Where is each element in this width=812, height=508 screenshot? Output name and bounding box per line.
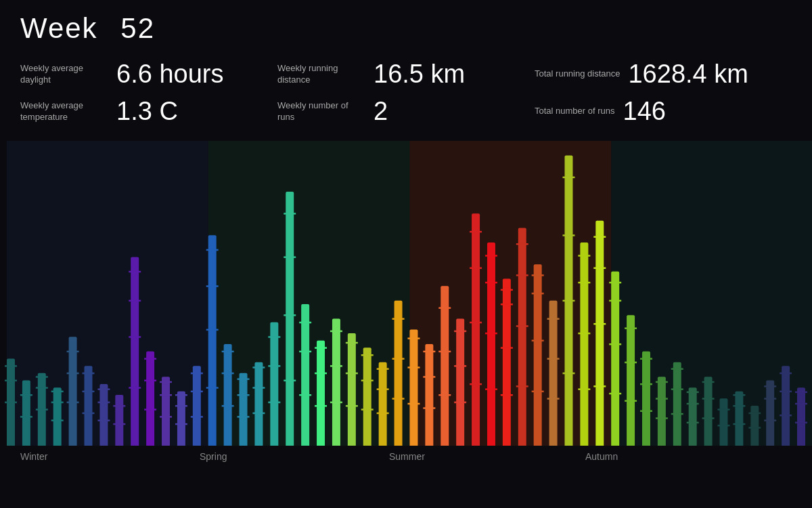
stat-temperature: Weekly average temperature 1.3 C: [20, 93, 277, 130]
stat-daylight: Weekly average daylight 6.6 hours: [20, 56, 277, 93]
week-number: 52: [120, 12, 155, 44]
stat-total-distance: Total running distance 1628.4 km: [535, 56, 792, 93]
num-runs-label: Weekly number of runs: [277, 100, 365, 123]
season-autumn: Autumn: [585, 451, 618, 462]
daylight-label: Weekly average daylight: [20, 63, 108, 86]
total-runs-value: 146: [623, 97, 666, 126]
stat-total-runs: Total number of runs 146: [535, 93, 792, 130]
run-distance-value: 16.5 km: [374, 60, 465, 89]
total-distance-label: Total running distance: [535, 68, 620, 80]
stat-run-distance: Weekly running distance 16.5 km: [277, 56, 535, 93]
daylight-value: 6.6 hours: [116, 60, 223, 89]
run-distance-label: Weekly running distance: [277, 63, 365, 86]
season-winter: Winter: [20, 451, 47, 462]
season-summer: Summer: [389, 451, 425, 462]
chart-canvas: [0, 134, 812, 466]
chart-area: Winter Spring Summer Autumn: [0, 134, 812, 466]
total-runs-label: Total number of runs: [535, 106, 615, 117]
temperature-label: Weekly average temperature: [20, 100, 108, 123]
temperature-value: 1.3 C: [116, 97, 178, 126]
header: Week 52: [0, 0, 812, 45]
week-title: Week 52: [20, 12, 792, 45]
week-label: Week: [20, 12, 98, 44]
season-spring: Spring: [200, 451, 227, 462]
stat-num-runs: Weekly number of runs 2: [277, 93, 535, 130]
num-runs-value: 2: [374, 97, 388, 126]
total-distance-value: 1628.4 km: [628, 60, 748, 89]
stats-section: Weekly average daylight 6.6 hours Weekly…: [0, 56, 812, 130]
